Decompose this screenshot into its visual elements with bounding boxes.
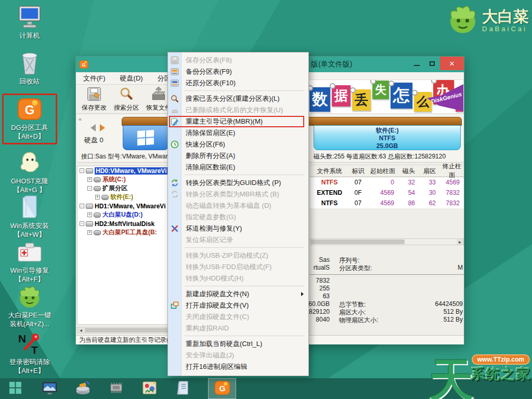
menu-item[interactable]: 重构虚拟RAID (168, 323, 308, 334)
tree-item[interactable]: +软件(E:) (77, 193, 174, 202)
menu-item[interactable]: 转换为USB-FDD启动模式(F) (168, 261, 308, 273)
menu-item[interactable]: 搜索已丢失分区(重建分区表)(L) (168, 93, 308, 104)
menu-item[interactable]: 转换为USB-ZIP启动模式(Z) (168, 250, 308, 261)
menu-item[interactable]: 重新加载当前硬盘(Ctrl_L) (168, 338, 308, 350)
collapse-panel-icon[interactable]: « (79, 116, 82, 122)
toolbar-button-save[interactable]: 保存更改 (78, 85, 110, 113)
table-row[interactable]: NTFS07032334569 (310, 177, 464, 188)
menu-item[interactable]: 指定硬盘参数(G) (168, 211, 308, 223)
taskbar-item-memory-chip[interactable] (102, 378, 130, 399)
table-row[interactable]: EXTEND0F456954307832 (310, 188, 464, 198)
desktop-icon-win-boot-repair[interactable]: Win引导修复【Alt+F】 (3, 238, 56, 284)
menu-item[interactable]: 转换分区表类型为MBR格式 (B) (168, 189, 308, 200)
tree-expand-icon[interactable]: + (87, 230, 92, 235)
menu-item[interactable]: 快速分区(F6) (168, 139, 308, 150)
partition-icon (94, 230, 101, 235)
scroll-right-arrow-icon[interactable]: ▸ (457, 239, 463, 245)
maximize-button[interactable] (424, 57, 440, 70)
menu-item[interactable]: 坏道检测与修复(Y) (168, 223, 308, 234)
taskbar-item-notepad[interactable] (168, 378, 197, 399)
table-hscrollbar[interactable]: ▸ (310, 238, 464, 245)
partition-fs: NTFS (314, 135, 460, 142)
menu-item[interactable]: 复位坏扇区记录 (168, 234, 308, 246)
table-cell: 4569 (367, 189, 398, 196)
banner-tile: 失 (372, 81, 389, 99)
menu-item[interactable]: 已删除或格式化后的文件恢复(U) (168, 104, 308, 116)
desktop-icon-dabaicai-pe-install[interactable]: 大白菜PE一键装机(Alt+Z)... (3, 283, 56, 328)
detail-left-value: 63 (310, 292, 330, 300)
detail-label: 物理扇区大小: (339, 316, 378, 325)
table-row[interactable]: NTFS07456986627832 (310, 198, 464, 208)
svg-text:T: T (31, 344, 38, 356)
partition-bar-software[interactable]: 软件(E:) NTFS 25.0GB (314, 125, 461, 150)
desktop-icon-recycle-bin[interactable]: 回收站 (3, 49, 56, 86)
table-cell: 32 (398, 179, 419, 186)
menubar-item-1[interactable]: 硬盘(D) (120, 74, 143, 83)
menu-item-label: 备份分区表(F9) (186, 68, 232, 75)
menu-item-rebuild-mbr[interactable]: 重建主引导记录(MBR)(M) (169, 116, 304, 127)
menu-item[interactable]: 安全弹出磁盘(J) (168, 350, 308, 361)
menu-item[interactable]: 还原分区表(F10) (168, 77, 308, 89)
menu-item[interactable]: 删除所有分区(A) (168, 150, 308, 162)
disk-cleaner-icon (75, 380, 91, 398)
menu-item[interactable]: 清除保留扇区(E) (168, 127, 308, 139)
tree-expand-icon[interactable]: + (95, 195, 100, 200)
taskbar-item-media-tool[interactable] (135, 378, 163, 399)
desktop-icon-ghost-clone[interactable]: GHOST克隆【Alt+G 】 (3, 149, 56, 194)
convert-icon (171, 179, 179, 187)
menu-item[interactable]: 打开虚拟硬盘文件(V) (168, 300, 308, 311)
scroll-left-arrow-icon[interactable]: ◂ (77, 327, 84, 333)
taskbar-item-desktop-preview[interactable] (35, 378, 63, 399)
tree-item[interactable]: -扩展分区 (77, 184, 174, 193)
tree-item-label: 大白菜U盘(D:) (102, 210, 142, 219)
tree-expand-icon[interactable]: - (80, 204, 84, 208)
menu-item[interactable]: 转换为HDD模式(H) (168, 273, 308, 284)
next-disk-arrow-icon[interactable] (100, 124, 105, 131)
tree-expand-icon[interactable]: - (80, 168, 84, 173)
menu-item-label: 已删除或格式化后的文件恢复(U) (186, 106, 283, 114)
prev-disk-arrow-icon[interactable] (90, 124, 96, 131)
disk-geometry-info: 磁头数:255 每道扇区数:63 总扇区数:125829120 (314, 152, 446, 161)
start-icon (9, 381, 22, 396)
tree-expand-icon[interactable]: + (87, 212, 92, 217)
tree-expand-icon[interactable]: + (87, 177, 92, 182)
close-button[interactable]: × (440, 57, 464, 70)
partition-size: 25.0GB (314, 142, 460, 150)
partition-bar-system[interactable] (123, 125, 168, 150)
desktop-icon-computer[interactable]: 计算机 (3, 3, 56, 40)
desktop-icon-label: Win引导修复【Alt+F】 (3, 266, 56, 284)
menu-item[interactable]: 打开16进制扇区编辑 (168, 361, 308, 373)
menu-item[interactable]: 新建虚拟硬盘文件(N) (168, 288, 308, 300)
start-button[interactable] (0, 378, 30, 399)
table-cell: NTFS (310, 200, 349, 207)
menu-item[interactable]: 动态磁盘转换为基本磁盘 (D) (168, 200, 308, 211)
menu-item[interactable]: 转换分区表类型为GUID格式 (P) (168, 177, 308, 189)
tree-expand-icon[interactable]: - (87, 186, 92, 191)
tree-item[interactable]: -HD0:VMware, VMwareVi (77, 166, 174, 175)
firstaid-icon (3, 238, 56, 266)
menu-item[interactable]: 备份分区表(F9) (168, 66, 308, 77)
brand-subtitle: DaBaiCai (482, 25, 529, 33)
menu-item[interactable]: 关闭虚拟硬盘文件(C) (168, 311, 308, 323)
tree-expand-icon[interactable]: - (80, 221, 84, 226)
table-cell: 0F (349, 189, 367, 196)
taskbar-item-disk-cleaner[interactable] (69, 378, 97, 399)
tree-item[interactable]: -HD2:MsftVirtualDisk (77, 219, 174, 228)
tree-item[interactable]: +大白菜PE工具盘(B: (77, 228, 174, 237)
menubar-item-0[interactable]: 文件(F) (83, 74, 106, 83)
menu-item[interactable]: 清除扇区数据(E) (168, 162, 308, 173)
tree-item[interactable]: -HD1:VMware, VMwareVi (77, 202, 174, 210)
desktop-icon-dg-partition-tool[interactable]: GDG分区工具【Alt+D】 (2, 94, 57, 144)
taskbar-item-diskgenius[interactable]: G (208, 378, 236, 399)
recover-big-icon (151, 86, 166, 103)
cabbage-icon (3, 283, 56, 311)
minimize-button[interactable] (409, 57, 424, 70)
menu-item[interactable]: 保存分区表(F8) (168, 55, 308, 66)
detail-left-value: 829120 (310, 308, 330, 315)
toolbar-button-search[interactable]: 搜索分区 (110, 85, 142, 113)
desktop-icon-win-system-install[interactable]: Win系统安装【Alt+W】 (3, 193, 56, 239)
desktop-icon-login-password-clear[interactable]: NT登录密码清除【Alt+E】 (3, 329, 56, 375)
tree-item[interactable]: +大白菜U盘(D:) (77, 210, 174, 219)
banner-tile: 么 (414, 92, 432, 112)
tree-item[interactable]: +系统(C:) (77, 175, 174, 184)
